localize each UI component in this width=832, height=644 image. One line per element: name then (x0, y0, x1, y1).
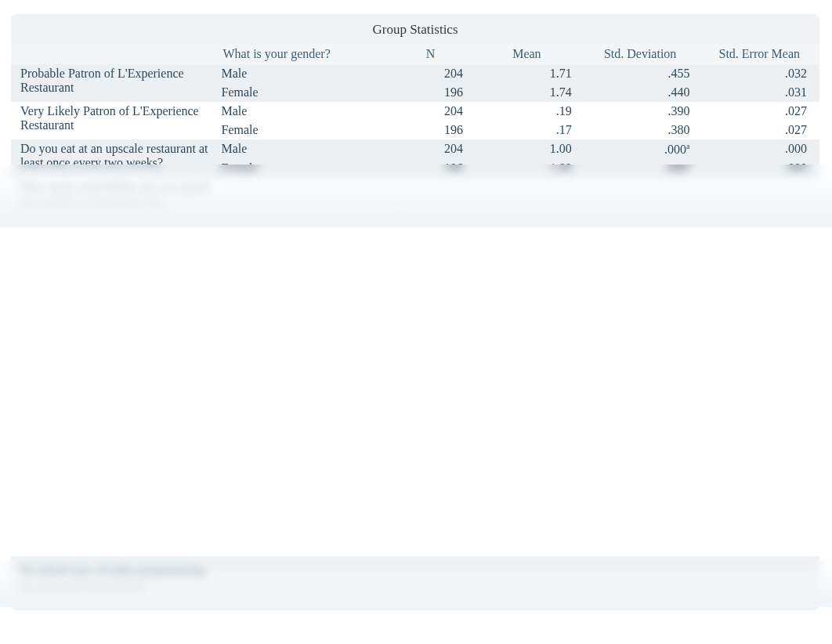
mean-cell: 1.00 (472, 139, 581, 159)
col-question (11, 44, 216, 64)
mean-cell: .17 (472, 121, 581, 139)
gender-cell: Female (216, 121, 389, 139)
n-cell: 196 (389, 83, 472, 102)
n-cell: 204 (389, 139, 472, 159)
sd-cell: .440 (581, 83, 700, 102)
sem-cell: .032 (700, 64, 819, 83)
sem-cell: .027 (700, 102, 819, 121)
mean-cell: 1.71 (472, 64, 581, 83)
sem-cell: .000 (700, 139, 819, 159)
n-cell: 204 (389, 64, 472, 83)
mean-cell: 1.74 (472, 83, 581, 102)
col-sd: Std. Deviation (581, 44, 700, 64)
col-gender: What is your gender? (216, 44, 389, 64)
n-cell: 204 (389, 102, 472, 121)
n-cell: 196 (389, 121, 472, 139)
question-cell: Very Likely Patron of L'Experience Resta… (11, 102, 216, 139)
col-sem: Std. Error Mean (700, 44, 819, 64)
sem-cell: .027 (700, 121, 819, 139)
blur-overlay (0, 560, 832, 607)
question-cell: Probable Patron of L'Experience Restaura… (11, 64, 216, 102)
col-mean: Mean (472, 44, 581, 64)
gender-cell: Female (216, 83, 389, 102)
mean-cell: .19 (472, 102, 581, 121)
sem-cell: .031 (700, 83, 819, 102)
sd-cell: .390 (581, 102, 700, 121)
sd-cell: .380 (581, 121, 700, 139)
table-row: Very Likely Patron of L'Experience Resta… (11, 102, 819, 121)
gender-cell: Male (216, 139, 389, 159)
sd-cell: .000a (581, 139, 700, 159)
table-title: Group Statistics (11, 14, 819, 44)
blur-overlay (0, 165, 832, 227)
gender-cell: Male (216, 102, 389, 121)
table-row: Do you eat at an upscale restaurant at l… (11, 139, 819, 159)
col-n: N (389, 44, 472, 64)
table-row: Probable Patron of L'Experience Restaura… (11, 64, 819, 83)
gender-cell: Male (216, 64, 389, 83)
sd-cell: .455 (581, 64, 700, 83)
